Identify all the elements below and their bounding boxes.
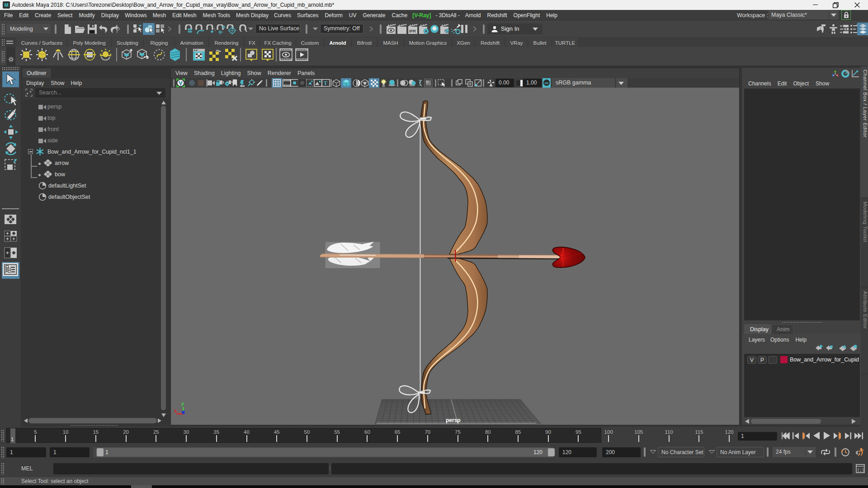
svg-text:x: x [174, 408, 177, 413]
svg-text:y: y [181, 401, 184, 406]
svg-text:T: T [324, 80, 327, 86]
svg-text:IPR: IPR [409, 29, 416, 33]
svg-text:{;}: {;} [857, 468, 864, 473]
svg-text:persp: persp [446, 417, 461, 423]
